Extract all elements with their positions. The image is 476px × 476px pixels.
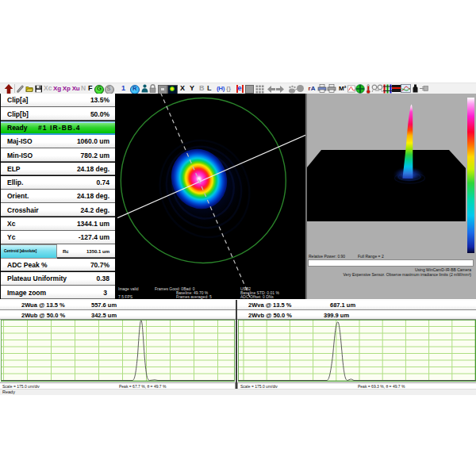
svg-text:Very Expensive Sensor. Observe: Very Expensive Sensor. Observe maximum i… <box>344 272 472 277</box>
svg-text:Image valid: Image valid <box>118 286 139 291</box>
svg-text:Relative Power: 0.90: Relative Power: 0.90 <box>309 254 345 259</box>
svg-text:7.5 FPS: 7.5 FPS <box>118 294 133 299</box>
svg-text:Frames averaged: 5: Frames averaged: 5 <box>176 294 212 299</box>
svg-text:Full Range = 2: Full Range = 2 <box>358 254 384 259</box>
svg-text:ADC Offset: 0 DNs: ADC Offset: 0 DNs <box>240 294 274 299</box>
